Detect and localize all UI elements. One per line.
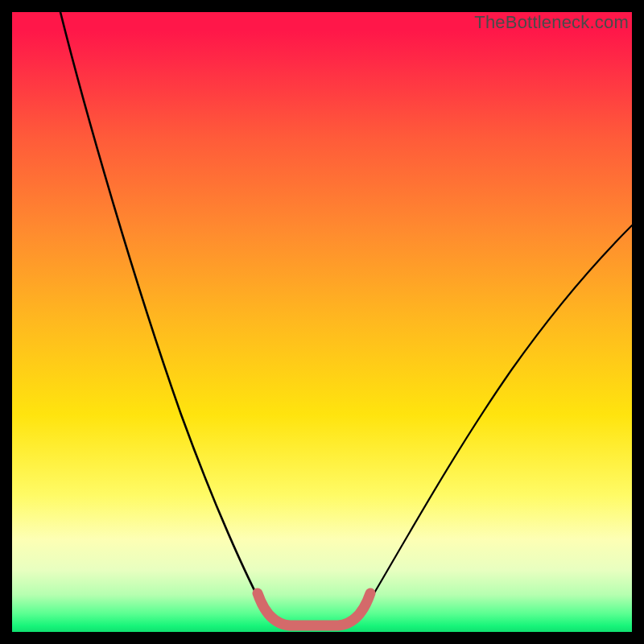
right-curve	[358, 225, 632, 620]
curve-overlay	[12, 12, 632, 632]
chart-frame: TheBottleneck.com	[12, 12, 632, 632]
bottom-highlight	[258, 593, 370, 625]
left-curve	[60, 12, 270, 620]
